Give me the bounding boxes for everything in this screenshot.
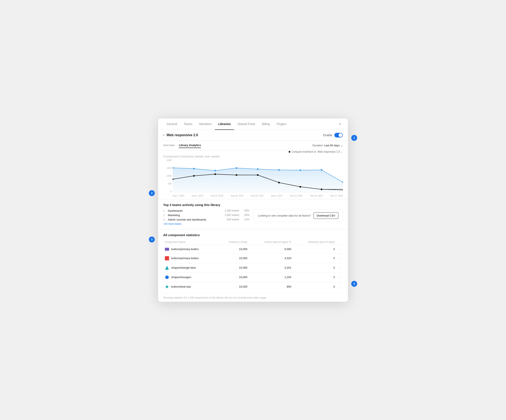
team-row-3: 3. Admin console and dashboards 810 inse… — [163, 218, 249, 221]
settings-modal: General Teams Members Libraries Shared F… — [158, 119, 348, 302]
svg-point-9 — [236, 167, 237, 169]
row4-instances: 10,000 — [217, 272, 249, 282]
x-label-1: Aug 9, 2019 — [192, 195, 203, 197]
y-label-1500: 1500 — [163, 167, 172, 169]
teams-title: Top 3 teams actively using this library — [163, 203, 343, 207]
row2-icon — [165, 256, 169, 260]
tab-general[interactable]: General — [163, 119, 180, 130]
svg-marker-25 — [165, 266, 169, 270]
tab-libraries[interactable]: Libraries — [215, 119, 234, 130]
footer-note: Showing statistics for 1,200 components … — [158, 293, 348, 302]
chart-container: 2000 1500 1000 500 0 — [163, 159, 343, 197]
teams-list: 1. Dashboards 1,250 inserts 33% 2. Marke… — [163, 209, 249, 225]
svg-point-16 — [193, 175, 195, 177]
team-num-2: 2. — [163, 213, 166, 217]
compare-dot-icon — [289, 151, 290, 153]
back-button[interactable]: ‹ — [163, 133, 164, 137]
svg-marker-26 — [165, 275, 169, 279]
sub-nav-analytics[interactable]: Library Analytics — [179, 143, 201, 148]
stats-section: All component statistics Component Name … — [158, 229, 348, 293]
tab-billing[interactable]: Billing — [259, 119, 273, 130]
svg-point-10 — [257, 168, 259, 170]
compare-selector[interactable]: Web responsive 1.0 ⌄ — [318, 150, 343, 153]
chevron-down-icon: ⌄ — [341, 150, 343, 153]
sub-nav-right: Duration Last 60 days ⌄ — [313, 144, 343, 147]
more-teams-link[interactable]: +20 more teams — [163, 222, 249, 225]
row3-detaches: 3 — [293, 263, 336, 272]
row1-icon — [165, 248, 169, 251]
svg-point-20 — [278, 182, 280, 183]
teams-section: Top 3 teams actively using this library … — [158, 199, 348, 229]
tab-teams[interactable]: Teams — [180, 119, 196, 130]
svg-point-7 — [193, 168, 195, 170]
row3-chevron-icon[interactable]: › — [340, 266, 341, 269]
row2-instances: 10,000 — [217, 253, 249, 263]
chart-title: Component insertions (week over week) — [163, 154, 220, 158]
row4-icon — [165, 275, 169, 279]
tab-members[interactable]: Members — [196, 119, 215, 130]
row2-inserts: 4,320 — [249, 253, 293, 263]
row1-instances: 10,000 — [217, 245, 249, 253]
row1-detaches: 3 — [293, 245, 336, 253]
chart-x-axis: Aug 2, 2019 Aug 9, 2019 Aug 16, 2019 Aug… — [173, 195, 343, 197]
library-header: ‹ Web responsive 2.0 Enable — [158, 130, 348, 141]
row2-name-cell: buttons/primary-button — [163, 253, 217, 263]
y-label-1000: 1000 — [163, 174, 172, 177]
table-row: buttons/primary-button 10,000 4,320 3 › — [163, 253, 343, 263]
svg-point-17 — [214, 173, 216, 175]
close-button[interactable]: × — [337, 121, 343, 127]
library-header-left: ‹ Web responsive 2.0 — [163, 133, 198, 137]
duration-label: Duration — [313, 144, 323, 147]
row5-name-cell: buttons/teal-star — [163, 282, 217, 291]
row5-chevron-icon[interactable]: › — [340, 285, 341, 288]
table-row: buttons/teal-star 10,000 850 3 › — [163, 282, 343, 291]
row2-chevron-icon[interactable]: › — [340, 257, 341, 260]
stats-header-row: Component Name Instances (Total) Inserts… — [163, 239, 343, 245]
row2-detaches: 3 — [293, 253, 336, 263]
chevron-down-icon: ⌄ — [340, 144, 343, 147]
svg-point-19 — [257, 174, 259, 176]
team-inserts-1: 1,250 inserts — [218, 209, 239, 212]
teams-layout: 1. Dashboards 1,250 inserts 33% 2. Marke… — [163, 209, 343, 225]
chart-compare: Compare insertions to Web responsive 1.0… — [289, 150, 343, 153]
row5-detaches: 3 — [293, 282, 336, 291]
duration-selector[interactable]: Last 60 days ⌄ — [324, 144, 343, 147]
row3-inserts: 3,201 — [249, 263, 293, 272]
team-num-1: 1. — [163, 209, 166, 212]
team-pct-1: 33% — [241, 209, 249, 212]
row4-chevron-icon[interactable]: › — [340, 276, 341, 279]
col-header-inserts[interactable]: Inserts (last ## days) ▼ — [249, 239, 293, 245]
chart-section: Component insertions (week over week) Co… — [158, 150, 348, 199]
row1-chevron-icon[interactable]: › — [340, 247, 341, 251]
y-label-500: 500 — [163, 182, 172, 185]
sub-nav-overview[interactable]: Overview — [163, 143, 174, 148]
row1-inserts: 5,000 — [249, 245, 293, 253]
svg-point-21 — [299, 186, 301, 188]
svg-point-22 — [321, 188, 322, 190]
duration-value: Last 60 days — [324, 144, 340, 147]
row4-detaches: 3 — [293, 272, 336, 282]
row5-icon — [165, 285, 169, 289]
team-row-2: 2. Marketing 1,002 inserts 25% — [163, 213, 249, 217]
x-label-0: Aug 2, 2019 — [173, 195, 184, 197]
annotation-2: 2 — [149, 190, 155, 196]
annotation-1: 1 — [351, 135, 357, 141]
chart-area — [173, 159, 343, 193]
annotation-4: 4 — [351, 281, 357, 287]
svg-marker-27 — [165, 285, 169, 288]
enable-toggle[interactable] — [334, 133, 343, 137]
stats-title: All component statistics — [163, 233, 343, 237]
tab-shared-fonts[interactable]: Shared Fonts — [234, 119, 259, 130]
library-title: Web responsive 2.0 — [166, 133, 198, 137]
svg-rect-23 — [165, 248, 169, 251]
team-name-1: Dashboards — [168, 209, 216, 212]
csv-prompt-box: Looking to see complete data for all tea… — [253, 209, 343, 222]
tab-plugins[interactable]: Plugins — [273, 119, 290, 130]
col-header-detaches: Detaches (last ## days) — [293, 239, 336, 245]
svg-point-12 — [299, 169, 301, 171]
table-row: shapes/triangle-blue 10,000 3,201 3 › — [163, 263, 343, 272]
y-label-2000: 2000 — [163, 159, 172, 161]
chart-y-axis: 2000 1500 1000 500 0 — [163, 159, 172, 193]
download-csv-button[interactable]: Download CSV — [313, 212, 338, 219]
stats-table: Component Name Instances (Total) Inserts… — [163, 239, 343, 291]
